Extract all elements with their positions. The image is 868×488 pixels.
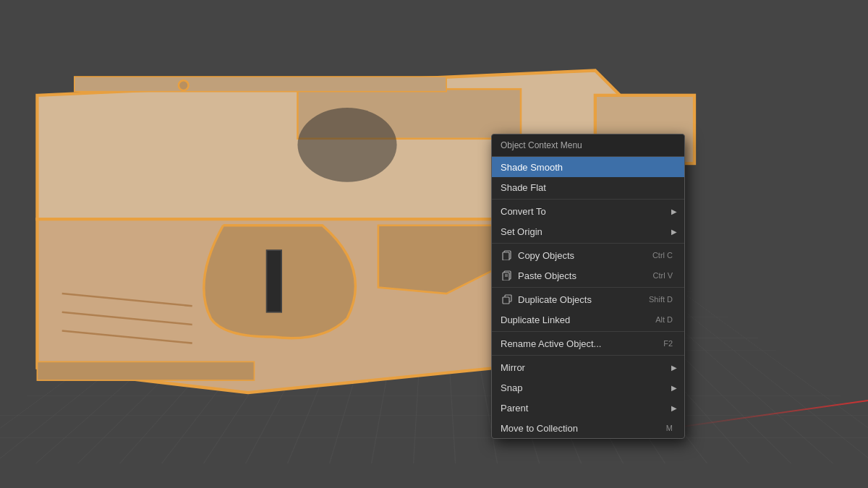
svg-rect-3 bbox=[75, 77, 446, 92]
shade-flat-label: Shade Flat bbox=[501, 182, 546, 193]
menu-item-copy-objects[interactable]: Copy Objects Ctrl C bbox=[492, 245, 684, 265]
menu-item-shade-flat[interactable]: Shade Flat bbox=[492, 177, 684, 197]
menu-item-duplicate-linked[interactable]: Duplicate Linked Alt D bbox=[492, 309, 684, 330]
context-menu: Object Context Menu Shade Smooth Shade F… bbox=[491, 134, 685, 439]
svg-point-4 bbox=[179, 80, 189, 90]
menu-item-paste-objects[interactable]: Paste Objects Ctrl V bbox=[492, 265, 684, 286]
mirror-label: Mirror bbox=[501, 362, 525, 373]
menu-item-convert-to[interactable]: Convert To bbox=[492, 201, 684, 221]
svg-rect-14 bbox=[503, 252, 509, 260]
snap-label: Snap bbox=[501, 382, 522, 393]
copy-icon bbox=[501, 250, 514, 260]
rename-active-shortcut: F2 bbox=[663, 339, 676, 348]
menu-item-set-origin[interactable]: Set Origin bbox=[492, 221, 684, 241]
paste-icon bbox=[501, 270, 514, 281]
set-origin-label: Set Origin bbox=[501, 226, 542, 237]
convert-to-label: Convert To bbox=[501, 206, 546, 217]
menu-item-snap[interactable]: Snap bbox=[492, 377, 684, 398]
paste-objects-shortcut: Ctrl V bbox=[653, 271, 676, 280]
copy-objects-label: Copy Objects bbox=[518, 250, 574, 261]
duplicate-icon bbox=[501, 294, 514, 304]
context-menu-title: Object Context Menu bbox=[492, 134, 684, 157]
separator-4 bbox=[492, 331, 684, 332]
separator-1 bbox=[492, 199, 684, 200]
gun-model bbox=[0, 0, 868, 488]
paste-objects-label: Paste Objects bbox=[518, 270, 576, 281]
menu-item-shade-smooth[interactable]: Shade Smooth bbox=[492, 157, 684, 177]
svg-rect-10 bbox=[37, 361, 254, 380]
svg-rect-20 bbox=[503, 297, 509, 304]
move-to-collection-shortcut: M bbox=[666, 424, 676, 432]
copy-objects-shortcut: Ctrl C bbox=[652, 251, 676, 260]
duplicate-linked-shortcut: Alt D bbox=[655, 315, 676, 324]
duplicate-objects-shortcut: Shift D bbox=[649, 295, 676, 304]
menu-item-move-to-collection[interactable]: Move to Collection M bbox=[492, 418, 684, 438]
parent-label: Parent bbox=[501, 403, 528, 414]
separator-2 bbox=[492, 243, 684, 244]
separator-3 bbox=[492, 287, 684, 288]
duplicate-linked-label: Duplicate Linked bbox=[501, 314, 570, 325]
move-to-collection-label: Move to Collection bbox=[501, 423, 578, 434]
menu-item-duplicate-objects[interactable]: Duplicate Objects Shift D bbox=[492, 289, 684, 309]
svg-point-12 bbox=[297, 108, 396, 182]
rename-active-label: Rename Active Object... bbox=[501, 338, 601, 349]
menu-item-parent[interactable]: Parent bbox=[492, 398, 684, 418]
menu-item-rename-active[interactable]: Rename Active Object... F2 bbox=[492, 333, 684, 354]
separator-5 bbox=[492, 355, 684, 356]
3d-viewport bbox=[0, 0, 868, 488]
duplicate-objects-label: Duplicate Objects bbox=[518, 294, 592, 305]
svg-rect-6 bbox=[267, 250, 282, 312]
shade-smooth-label: Shade Smooth bbox=[501, 162, 563, 173]
menu-item-mirror[interactable]: Mirror bbox=[492, 357, 684, 377]
